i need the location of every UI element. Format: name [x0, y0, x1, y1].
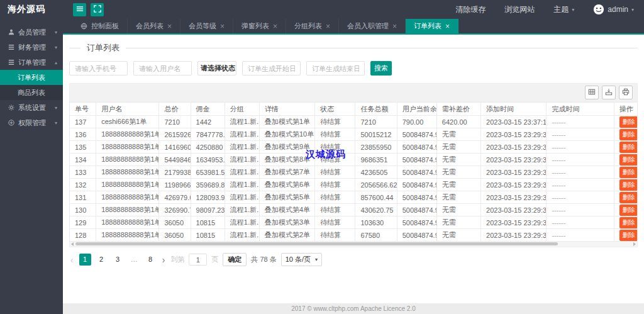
table-row: 13518888888888第1单141696004250880流程1.新...… — [70, 141, 638, 154]
table-cell: 无需 — [436, 141, 480, 154]
nav-browse-site[interactable]: 浏览网站 — [504, 4, 535, 15]
delete-button[interactable]: 删除 — [619, 129, 638, 140]
sidebar-item-0[interactable]: 会员管理▾ — [0, 25, 63, 40]
delete-button[interactable]: 删除 — [619, 142, 638, 153]
page-button[interactable]: 1 — [79, 254, 91, 266]
nav-clear-cache[interactable]: 清除缓存 — [455, 4, 486, 15]
status-select[interactable]: 请选择状态 — [197, 61, 236, 76]
table-cell: ------ — [547, 166, 614, 179]
delete-button[interactable]: 删除 — [619, 230, 638, 241]
close-icon[interactable]: × — [445, 23, 450, 30]
delete-button[interactable]: 删除 — [619, 205, 638, 216]
tab-3[interactable]: 弹窗列表× — [233, 19, 286, 33]
filter-columns-button[interactable] — [585, 86, 599, 99]
table-cell: 2056566.62 — [355, 179, 397, 191]
username-input[interactable] — [133, 61, 192, 76]
column-header: 用户当前余额 — [397, 103, 436, 116]
page-button[interactable]: 3 — [112, 254, 124, 266]
tab-2[interactable]: 会员等级× — [180, 19, 233, 33]
table-cell: 130 — [70, 204, 96, 216]
delete-button[interactable]: 删除 — [619, 116, 638, 128]
tab-1[interactable]: 会员列表× — [128, 19, 180, 33]
table-cell: 1442 — [191, 116, 225, 128]
table-cell: 7210 — [355, 116, 397, 128]
close-icon[interactable]: × — [220, 23, 225, 30]
table-toolbar — [69, 83, 638, 102]
scrollbar-thumb[interactable] — [75, 242, 558, 245]
sidebar-item-1[interactable]: 财务管理▾ — [0, 40, 63, 55]
delete-button[interactable]: 删除 — [619, 154, 638, 165]
sidebar-item-3[interactable]: 系统设置▾ — [0, 100, 63, 115]
close-icon[interactable]: × — [326, 23, 330, 30]
table-cell: 2023-03-15 23:29:34 — [481, 141, 547, 154]
nav-user-dropdown[interactable]: admin ▾ — [593, 4, 634, 15]
export-button[interactable] — [602, 86, 616, 99]
scroll-left-arrow-icon[interactable] — [71, 242, 74, 246]
hamburger-icon — [76, 5, 84, 14]
table-cell: 2023-03-15 23:29:34 — [481, 179, 547, 191]
confirm-button[interactable]: 确定 — [223, 253, 247, 266]
column-header: 用户名 — [96, 103, 159, 116]
start-date-input[interactable] — [242, 61, 301, 76]
table-cell: 流程1.新... — [225, 191, 259, 204]
tab-4[interactable]: 分组列表× — [286, 19, 339, 33]
table-cell: 叠加模式第10单 — [259, 128, 314, 141]
tab-6[interactable]: 订单列表× — [406, 19, 458, 33]
page-button[interactable]: 2 — [96, 254, 108, 266]
table-header-row: 单号用户名总价佣金分组详情状态任务总额用户当前余额需补差价添加时间完成时间操作 — [70, 103, 638, 116]
table-cell: 10815 — [191, 229, 225, 242]
end-date-input[interactable] — [306, 61, 365, 76]
page-size-select[interactable]: 10 条/页 ▾ — [281, 253, 322, 266]
phone-input[interactable] — [69, 61, 128, 76]
table-row: 12918888888888第1单3605010815流程1.新...叠加模式第… — [70, 216, 638, 229]
table-cell: 2023-03-15 23:29:33 — [481, 216, 547, 229]
next-page-button[interactable]: › — [161, 255, 167, 265]
tab-0[interactable]: 控制面板 — [72, 19, 128, 33]
table-cell: 128 — [70, 229, 96, 242]
tab-5[interactable]: 会员入职管理× — [339, 19, 406, 33]
grid-filter-icon — [588, 88, 596, 98]
tab-label: 会员入职管理 — [347, 21, 389, 31]
table-cell: 2179938.5 — [159, 166, 191, 179]
actions-cell: 删除 — [614, 229, 637, 242]
sidebar-item-4[interactable]: 权限管理▾ — [0, 115, 63, 130]
fullscreen-button[interactable] — [91, 3, 104, 16]
table-cell: 待结算 — [315, 128, 355, 141]
top-header: 海外源码 清除缓存 浏览网站 主题▾ admin ▾ — [0, 0, 644, 19]
scroll-right-arrow-icon[interactable] — [633, 242, 636, 246]
collapse-sidebar-button[interactable] — [73, 3, 86, 16]
page-ellipsis: … — [128, 254, 140, 266]
sidebar-item-2[interactable]: 订单管理▴ — [0, 55, 63, 70]
table-cell: 14169600 — [159, 141, 191, 154]
table-cell: 1198966... — [159, 179, 191, 191]
prev-page-button[interactable]: ‹ — [69, 255, 75, 265]
nav-theme-dropdown[interactable]: 主题▾ — [553, 4, 574, 15]
print-button[interactable] — [619, 86, 633, 99]
column-header: 完成时间 — [547, 103, 614, 116]
title-dash — [69, 48, 80, 48]
sidebar-subitem-2-0[interactable]: 订单列表 — [0, 70, 63, 85]
page-button[interactable]: 8 — [145, 254, 157, 266]
horizontal-scrollbar[interactable] — [69, 242, 638, 247]
table-cell: 129 — [70, 216, 96, 229]
actions-cell: 删除 — [614, 128, 637, 141]
table-cell: 430620.75 — [355, 204, 397, 216]
sidebar-subitem-2-1[interactable]: 商品列表 — [0, 85, 63, 100]
search-button[interactable]: 搜索 — [370, 61, 392, 76]
page-unit-label: 页 — [211, 255, 218, 264]
delete-button[interactable]: 删除 — [619, 192, 638, 203]
actions-cell: 删除 — [614, 154, 637, 166]
search-bar: 请选择状态 搜索 — [69, 61, 638, 76]
nav-browse-site-label: 浏览网站 — [504, 4, 535, 15]
close-icon[interactable]: × — [167, 23, 172, 30]
chevron-up-icon: ▴ — [55, 60, 57, 65]
close-icon[interactable]: × — [273, 23, 277, 30]
tab-label: 订单列表 — [414, 21, 441, 31]
goto-page-input[interactable] — [189, 254, 207, 266]
delete-button[interactable]: 删除 — [619, 167, 638, 178]
delete-button[interactable]: 删除 — [619, 179, 638, 191]
actions-cell: 删除 — [614, 204, 637, 216]
delete-button[interactable]: 删除 — [619, 217, 638, 228]
close-icon[interactable]: × — [392, 23, 397, 30]
table-row: 13018888888888第1单326990.7598097.23流程1.新.… — [70, 204, 638, 216]
